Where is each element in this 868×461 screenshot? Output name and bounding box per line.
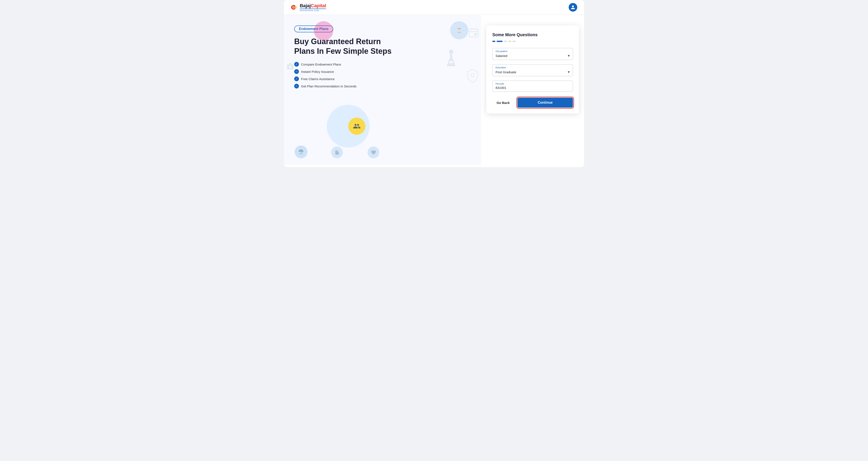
pincode-input[interactable] [496,86,570,90]
step-dots [492,41,573,42]
deco-document-circle [331,146,343,158]
svg-rect-4 [289,63,291,65]
go-back-button[interactable]: Go Back [492,99,514,107]
deco-yellow-circle [348,118,365,135]
pincode-field[interactable]: Pincode [492,80,573,92]
deco-blue-top-circle: ⏳ [450,21,468,39]
logo-area: b BajajCapital INSURANCE.COM [291,3,326,11]
occupation-dropdown-arrow[interactable]: ▾ [568,53,570,58]
logo-brand: BajajCapital [300,3,326,8]
education-field[interactable]: Education Post Graduate ▾ [492,64,573,76]
svg-rect-6 [289,67,291,68]
feature-item-3: ✓ Free Claims Assistance [294,76,473,81]
feature-item-4: ✓ Get Plan Recommendation in Seconds [294,84,473,89]
step-dot-5 [513,41,516,42]
user-avatar[interactable] [569,3,577,11]
header: b BajajCapital INSURANCE.COM [284,0,584,15]
svg-text:b: b [292,5,294,9]
feature-text-2: Instant Policy Issuance [301,70,334,73]
feature-text-3: Free Claims Assistance [301,77,335,81]
deco-heart-hand-circle [368,146,379,158]
svg-rect-8 [450,54,452,62]
hourglass-icon: ⏳ [457,28,462,33]
occupation-field[interactable]: Occupation Salaried ▾ [492,48,573,60]
page-wrapper: b BajajCapital INSURANCE.COM ⏳ [284,0,584,167]
feature-item-2: ✓ Instant Policy Issuance [294,69,473,74]
check-icon-3: ✓ [294,76,299,81]
svg-point-7 [449,50,453,54]
deco-blue-large-circle [327,105,370,147]
check-icon-4: ✓ [294,84,299,89]
main-heading: Buy Guaranteed Return Plans In Few Simpl… [294,37,397,56]
form-card: Some More Questions Occupation Salaried … [486,26,579,113]
logo-bajaj: Bajaj [300,3,311,8]
education-value: Post Graduate [496,70,568,74]
main-content: ⏳ Endowment Plans Buy Guaranteed Return … [284,15,584,165]
feature-text-1: Compare Endowment Plans [301,63,341,66]
left-panel: ⏳ Endowment Plans Buy Guaranteed Return … [284,15,481,165]
logo-sub: INSURANCE.COM [300,8,326,11]
occupation-row: Salaried ▾ [496,53,570,58]
svg-rect-9 [469,29,478,37]
education-row: Post Graduate ▾ [496,70,570,74]
form-actions: Go Back Continue [492,98,573,107]
deco-shield-right-icon [466,68,479,86]
logo-icon: b [291,3,299,11]
logo-capital: Capital [311,3,326,8]
education-label: Education [496,66,570,69]
logo-text: BajajCapital INSURANCE.COM [300,3,326,11]
svg-marker-2 [295,6,298,8]
step-dot-3 [504,41,507,42]
form-title: Some More Questions [492,32,573,37]
svg-point-14 [471,74,474,77]
deco-medkit-icon [286,62,294,72]
right-panel: Some More Questions Occupation Salaried … [481,15,584,165]
deco-person-icon [445,49,458,69]
step-dot-4 [508,41,511,42]
check-icon-2: ✓ [294,69,299,74]
education-dropdown-arrow[interactable]: ▾ [568,70,570,74]
feature-text-4: Get Plan Recommendation in Seconds [301,85,356,88]
deco-umbrella-circle [294,145,308,158]
pincode-label: Pincode [496,83,570,85]
occupation-value: Salaried [496,54,568,58]
continue-button[interactable]: Continue [518,98,573,107]
deco-calendar-icon [468,28,479,40]
step-dot-2 [497,41,503,42]
step-dot-1 [492,41,495,42]
check-icon-1: ✓ [294,62,299,67]
endowment-badge: Endowment Plans [294,26,333,32]
occupation-label: Occupation [496,50,570,53]
